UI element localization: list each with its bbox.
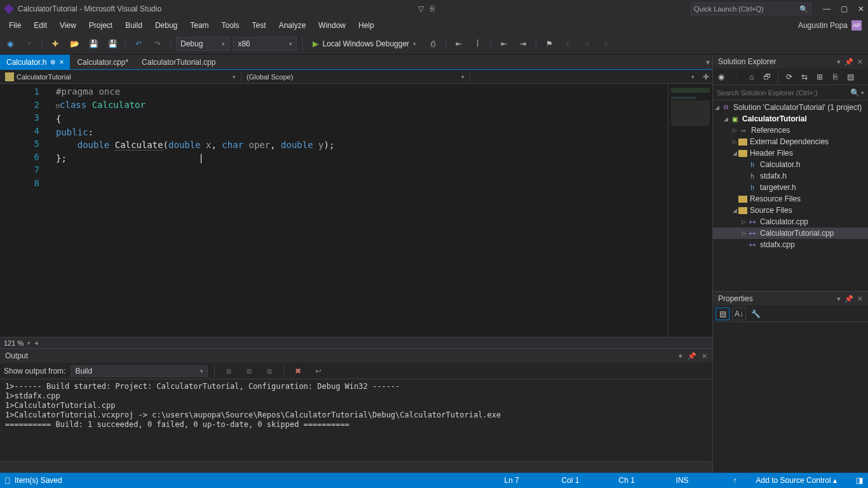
pin-icon[interactable]: ⊕ [50,58,55,65]
pane-close-icon[interactable]: ✕ [857,58,863,66]
config-combo[interactable]: Debug▾ [176,37,229,51]
nav-member-combo[interactable]: ▾ [470,74,700,80]
pane-pin-icon[interactable]: 📌 [844,295,853,303]
nav-scope-combo[interactable]: (Global Scope) ▾ [241,73,470,81]
header-file[interactable]: hstdafx.h [713,170,868,182]
status-notification-icon[interactable]: ⎕ [5,476,10,485]
toolbar-btn-3[interactable]: ⼁ [470,36,485,51]
solution-tree[interactable]: ◢⧉Solution 'CalculatorTutorial' (1 proje… [713,100,868,291]
se-back-icon[interactable]: ◉ [715,71,727,83]
menu-help[interactable]: Help [352,18,381,32]
feedback-icon[interactable]: ⎘ [430,4,435,13]
output-btn-2[interactable]: ≣ [241,363,257,379]
se-home-icon[interactable]: ⌂ [746,71,757,83]
code-editor[interactable]: 1 2 3 4 5 6 7 8 #pragma once ⊟class Calc… [0,84,712,337]
quick-launch-input[interactable]: Quick Launch (Ctrl+Q) 🔍 [691,3,811,15]
indent-button[interactable]: ⇥ [515,36,531,51]
menu-window[interactable]: Window [312,18,352,32]
start-debug-button[interactable]: ▶ Local Windows Debugger ▾ [308,36,421,51]
zoom-level[interactable]: 121 % [4,339,24,347]
menu-file[interactable]: File [3,18,27,32]
source-control-button[interactable]: Add to Source Control ▴ [756,476,837,485]
flag-icon[interactable]: ▽ [418,4,424,13]
header-file[interactable]: hCalculator.h [713,159,868,170]
se-preview-icon[interactable]: ▤ [844,71,856,83]
menu-build[interactable]: Build [119,18,149,32]
status-corner-icon[interactable]: ◨ [856,476,863,485]
toolbar-btn-2[interactable]: ⇤ [451,36,466,51]
header-file[interactable]: htargetver.h [713,182,868,193]
output-clear-button[interactable]: ✖ [290,363,306,379]
resource-files-node[interactable]: Resource Files [713,193,868,205]
output-from-combo[interactable]: Build ▾ [71,365,208,377]
props-events-button[interactable]: 🔧 [749,308,763,320]
nav-fwd-button[interactable]: • [22,36,37,51]
output-text[interactable]: 1>------ Build started: Project: Calcula… [0,379,712,461]
solution-node[interactable]: ◢⧉Solution 'CalculatorTutorial' (1 proje… [713,102,868,113]
user-avatar-icon[interactable]: AP [851,20,862,30]
toolbar-btn-7[interactable]: ⎌ [580,36,595,51]
minimap[interactable] [668,84,712,337]
minimize-button[interactable]: — [823,4,831,13]
search-caret[interactable]: ▾ [861,90,864,96]
menu-analyze[interactable]: Analyze [273,18,313,32]
header-files-node[interactable]: ◢Header Files [713,147,868,159]
maximize-button[interactable]: ▢ [841,4,848,13]
pane-menu-icon[interactable]: ▾ [837,58,841,66]
se-sync-icon[interactable]: 🗗 [761,71,773,83]
close-button[interactable]: ✕ [858,4,864,13]
external-deps-node[interactable]: ▷External Dependencies [713,136,868,147]
tab-calculatortutorial-cpp[interactable]: CalculatorTutorial.cpp [135,55,222,69]
props-categorized-button[interactable]: ▤ [715,308,729,320]
platform-combo[interactable]: x86▾ [233,37,297,51]
nav-project-combo[interactable]: CalculatorTutorial ▾ [0,72,241,81]
save-button[interactable]: 💾 [86,36,101,51]
zoom-caret[interactable]: ▾ [27,340,31,346]
new-project-button[interactable]: ✚ [48,36,63,51]
menu-project[interactable]: Project [83,18,119,32]
outdent-button[interactable]: ⇤ [496,36,512,51]
menu-edit[interactable]: Edit [27,18,53,32]
user-name[interactable]: Augustin Popa [798,21,848,30]
se-search-input[interactable] [717,89,850,97]
project-node[interactable]: ◢▣CalculatorTutorial [713,113,868,125]
menu-test[interactable]: Test [246,18,273,32]
output-wrap-button[interactable]: ↩ [311,363,326,379]
toolbar-btn-1[interactable]: ⎙ [425,36,440,51]
source-file[interactable]: ▷++CalculatorTutorial.cpp [713,227,868,239]
publish-icon[interactable]: ↑ [733,476,737,485]
search-icon[interactable]: 🔍 [850,88,860,97]
source-file[interactable]: ▷++Calculator.cpp [713,216,868,227]
undo-button[interactable]: ↶ [131,36,146,51]
tab-calculator-h[interactable]: Calculator.h ⊕ × [0,55,71,69]
pane-close-icon[interactable]: ✕ [857,295,863,303]
se-props-icon[interactable]: ⎘ [829,71,841,83]
output-btn-1[interactable]: ≣ [221,363,236,379]
close-icon[interactable]: × [59,58,64,67]
panel-pin-icon[interactable]: 📌 [688,352,696,360]
menu-team[interactable]: Team [184,18,215,32]
panel-menu-icon[interactable]: ▾ [679,352,682,360]
menu-view[interactable]: View [53,18,83,32]
bookmark-button[interactable]: ⚑ [541,36,557,51]
save-all-button[interactable]: 💾 [105,36,120,51]
pane-menu-icon[interactable]: ▾ [837,295,841,303]
output-btn-3[interactable]: ≣ [262,363,277,379]
se-showall-icon[interactable]: ⊞ [814,71,825,83]
references-node[interactable]: ▷▪▪References [713,125,868,136]
toolbar-btn-6[interactable]: ⎌ [560,36,576,51]
open-button[interactable]: 📂 [67,36,82,51]
redo-button[interactable]: ↷ [150,36,165,51]
tab-overflow[interactable]: ▾ [703,55,712,69]
menu-tools[interactable]: Tools [215,18,246,32]
toolbar-btn-8[interactable]: ⎌ [599,36,614,51]
source-file[interactable]: ++stdafx.cpp [713,239,868,250]
source-files-node[interactable]: ◢Source Files [713,205,868,216]
se-fwd-icon[interactable]: ◦ [731,71,742,83]
nav-back-button[interactable]: ◉ [3,36,18,51]
se-collapse-icon[interactable]: ⇆ [799,71,810,83]
props-alpha-button[interactable]: A↓ [732,308,746,320]
menu-debug[interactable]: Debug [149,18,184,32]
se-refresh-icon[interactable]: ⟳ [783,71,795,83]
pane-pin-icon[interactable]: 📌 [844,58,853,66]
